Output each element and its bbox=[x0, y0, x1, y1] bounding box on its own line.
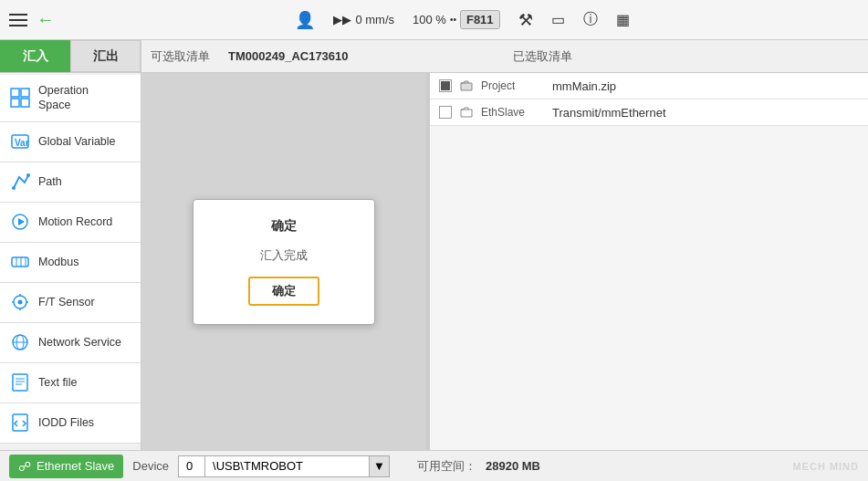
sidebar-item-label: Path bbox=[38, 174, 62, 189]
svg-point-6 bbox=[12, 186, 16, 190]
dialog-message: 汇入完成 bbox=[260, 247, 308, 264]
sidebar-item-label: Motion Record bbox=[38, 214, 112, 229]
dots-icon: •• bbox=[450, 15, 456, 25]
sidebar-item-modbus[interactable]: Modbus bbox=[0, 243, 141, 283]
content-header: 可选取清单 TM000249_AC173610 已选取清单 bbox=[141, 40, 868, 73]
content-area: 可选取清单 TM000249_AC173610 已选取清单 确定 汇入完成 确定 bbox=[141, 40, 868, 450]
main-layout: 汇入 汇出 OperationSpace bbox=[0, 40, 868, 450]
menu-button[interactable] bbox=[9, 14, 27, 26]
file-category: Project bbox=[481, 79, 545, 92]
network-icon bbox=[9, 331, 31, 353]
file-category-2: EthSlave bbox=[481, 106, 545, 119]
var-icon: Var bbox=[9, 131, 31, 152]
sidebar-item-label: OperationSpace bbox=[38, 83, 89, 113]
network-status-icon: ⚒ bbox=[518, 10, 533, 30]
right-panel: Project mmMain.zip EthSlave Transmit/mmE… bbox=[430, 73, 868, 450]
file-list: Project mmMain.zip EthSlave Transmit/mmE… bbox=[430, 73, 868, 450]
sidebar-item-label: Modbus bbox=[38, 255, 78, 269]
speed-value: 0 mm/s bbox=[355, 13, 394, 26]
device-number: 0 bbox=[178, 455, 205, 477]
content-panels: 确定 汇入完成 确定 bbox=[141, 73, 868, 450]
percent-status: 100 % •• F811 bbox=[413, 10, 500, 29]
sidebar-tabs: 汇入 汇出 bbox=[0, 40, 141, 73]
dialog-title: 确定 bbox=[271, 218, 297, 235]
topbar: ← 👤 ▶▶ 0 mm/s 100 % •• F811 ⚒ ▭ ⓘ ▦ bbox=[0, 0, 868, 40]
screen-icon-btn[interactable]: ▭ bbox=[551, 11, 565, 28]
dialog-overlay: 确定 汇入完成 确定 bbox=[141, 73, 426, 450]
sidebar-item-motion-record[interactable]: Motion Record bbox=[0, 203, 141, 243]
device-dropdown-button[interactable]: ▼ bbox=[370, 455, 390, 477]
dialog-confirm-button[interactable]: 确定 bbox=[248, 277, 319, 306]
sidebar: 汇入 汇出 OperationSpace bbox=[0, 40, 141, 450]
sidebar-item-network-service[interactable]: Network Service bbox=[0, 323, 141, 363]
ethernet-slave-label: Ethernet Slave bbox=[37, 459, 114, 473]
file-item-ethslave: EthSlave Transmit/mmEthernet bbox=[430, 99, 868, 126]
branch-icon: ⚒ bbox=[518, 10, 533, 30]
person-icon: 👤 bbox=[295, 10, 315, 30]
folder-icon-2 bbox=[459, 105, 474, 120]
sidebar-item-ft-sensor[interactable]: F/T Sensor bbox=[0, 283, 141, 323]
monitor-icon: ▭ bbox=[551, 11, 565, 28]
path-icon bbox=[9, 171, 31, 193]
sidebar-item-global-variable[interactable]: Var Global Variable bbox=[0, 122, 141, 162]
speed-status: ▶▶ 0 mm/s bbox=[333, 13, 394, 26]
folder-icon bbox=[459, 78, 474, 93]
tab-export[interactable]: 汇出 bbox=[70, 40, 141, 72]
sidebar-item-operation-space[interactable]: OperationSpace bbox=[0, 75, 141, 122]
svg-rect-1 bbox=[21, 89, 29, 97]
device-select: 0 \USB\TMROBOT ▼ bbox=[178, 455, 390, 477]
file-checkbox-project[interactable] bbox=[439, 79, 452, 92]
svg-rect-28 bbox=[441, 81, 450, 90]
svg-text:Var: Var bbox=[15, 138, 29, 148]
svg-rect-3 bbox=[21, 99, 29, 107]
space-label: 可用空间： bbox=[417, 458, 476, 475]
ethernet-icon: ☍ bbox=[18, 459, 31, 474]
record-id: TM000249_AC173610 bbox=[228, 49, 349, 63]
sidebar-item-label: F/T Sensor bbox=[38, 295, 95, 309]
grid-icon bbox=[9, 87, 31, 109]
svg-point-7 bbox=[26, 173, 30, 177]
sensor-icon bbox=[9, 291, 31, 313]
sidebar-item-text-file[interactable]: Text file bbox=[0, 363, 141, 403]
robot-status: 👤 bbox=[295, 10, 315, 30]
device-label: Device bbox=[132, 459, 169, 473]
mech-mind-logo: MECH MIND bbox=[792, 461, 859, 472]
tab-import[interactable]: 汇入 bbox=[0, 40, 70, 72]
svg-marker-9 bbox=[18, 218, 25, 225]
svg-rect-2 bbox=[11, 99, 19, 107]
file-name: mmMain.zip bbox=[552, 79, 616, 93]
iodd-icon bbox=[9, 412, 31, 434]
f811-badge: F811 bbox=[460, 10, 500, 29]
svg-rect-0 bbox=[11, 89, 19, 97]
svg-rect-23 bbox=[13, 374, 27, 391]
svg-point-19 bbox=[18, 300, 23, 305]
speed-icon: ▶▶ bbox=[333, 13, 351, 26]
info-icon-btn[interactable]: ⓘ bbox=[583, 10, 598, 29]
selected-list-label: 已选取清单 bbox=[513, 48, 572, 65]
back-button[interactable]: ← bbox=[37, 9, 55, 30]
sidebar-item-label: IODD Files bbox=[38, 415, 94, 430]
sidebar-item-iodd-files[interactable]: IODD Files bbox=[0, 403, 141, 444]
sidebar-item-label: Network Service bbox=[38, 335, 121, 350]
left-panel: 确定 汇入完成 确定 bbox=[141, 73, 426, 450]
selectable-list-label: 可选取清单 bbox=[151, 48, 210, 65]
file-name-2: Transmit/mmEthernet bbox=[552, 106, 666, 120]
file-item-project: Project mmMain.zip bbox=[430, 73, 868, 99]
sidebar-item-path[interactable]: Path bbox=[0, 162, 141, 203]
grid-icon: ▦ bbox=[616, 11, 630, 28]
text-icon bbox=[9, 371, 31, 393]
sidebar-items-list: OperationSpace Var Global Variable bbox=[0, 73, 141, 450]
device-path: \USB\TMROBOT bbox=[205, 455, 370, 477]
ethernet-slave-button[interactable]: ☍ Ethernet Slave bbox=[9, 455, 123, 478]
info-icon: ⓘ bbox=[583, 10, 598, 29]
modbus-icon bbox=[9, 251, 31, 273]
motion-icon bbox=[9, 211, 31, 233]
bottombar: ☍ Ethernet Slave Device 0 \USB\TMROBOT ▼… bbox=[0, 450, 868, 481]
chevron-down-icon: ▼ bbox=[373, 459, 385, 473]
grid-icon-btn[interactable]: ▦ bbox=[616, 11, 630, 28]
sidebar-item-label: Text file bbox=[38, 375, 77, 390]
dialog-box: 确定 汇入完成 确定 bbox=[193, 199, 375, 325]
percent-value: 100 % bbox=[413, 13, 446, 26]
sidebar-item-label: Global Variable bbox=[38, 134, 116, 149]
file-checkbox-ethslave[interactable] bbox=[439, 106, 452, 119]
